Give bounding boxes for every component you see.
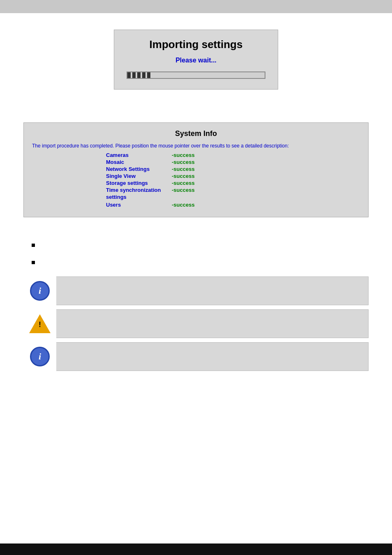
list-item: [32, 242, 369, 248]
result-label-storage: Storage settings: [106, 180, 172, 186]
result-value-mosaic: -success: [172, 159, 195, 165]
result-value-storage: -success: [172, 180, 195, 186]
info-icon-1: i: [30, 281, 50, 301]
bullet-dot-icon: [32, 244, 35, 247]
result-value-users: -success: [172, 202, 195, 208]
warning-exclaim-icon: !: [39, 321, 41, 328]
notice-content-warning: [56, 309, 369, 338]
warning-icon-cell: !: [23, 309, 56, 338]
notice-content-2: [56, 342, 369, 371]
system-info-title: System Info: [32, 129, 360, 138]
warning-icon-wrapper: !: [29, 314, 51, 333]
table-row: Single View -success: [106, 173, 360, 179]
bottom-bar: [0, 543, 392, 555]
result-label-singleview: Single View: [106, 173, 172, 179]
import-wait-text: Please wait...: [127, 57, 265, 64]
table-row: Cameras -success: [106, 152, 360, 158]
notice-row-info-2: i: [23, 342, 369, 371]
list-item: [32, 259, 369, 265]
info-letter-2: i: [39, 351, 41, 362]
info-icon-cell-2: i: [23, 342, 56, 371]
result-label-timesync: Time synchronizationsettings: [106, 187, 172, 201]
table-row: Network Settings -success: [106, 166, 360, 172]
notice-boxes: i ! i: [23, 276, 369, 371]
result-value-cameras: -success: [172, 152, 195, 158]
result-value-timesync: -success: [172, 187, 195, 193]
table-row: Time synchronizationsettings -success: [106, 187, 360, 201]
result-label-users: Users: [106, 202, 172, 208]
result-label-cameras: Cameras: [106, 152, 172, 158]
import-settings-box: Importing settings Please wait...: [114, 30, 278, 90]
notice-row-warning: !: [23, 309, 369, 338]
import-title: Importing settings: [127, 38, 265, 51]
info-letter-1: i: [39, 286, 41, 296]
result-label-mosaic: Mosaic: [106, 159, 172, 165]
info-icon-cell-1: i: [23, 276, 56, 305]
result-value-network: -success: [172, 166, 195, 172]
table-row: Storage settings -success: [106, 180, 360, 186]
info-icon-2: i: [30, 347, 50, 366]
table-row: Mosaic -success: [106, 159, 360, 165]
result-value-singleview: -success: [172, 173, 195, 179]
progress-bar-fill: [127, 72, 152, 78]
bullet-dot-icon: [32, 261, 35, 264]
table-row: Users -success: [106, 202, 360, 208]
top-bar: [0, 0, 392, 13]
bullet-section: [23, 242, 369, 265]
result-label-network: Network Settings: [106, 166, 172, 172]
progress-bar-container: [127, 71, 265, 79]
results-table: Cameras -success Mosaic -success Network…: [106, 152, 360, 208]
notice-content-1: [56, 276, 369, 305]
system-info-box: System Info The import procedure has com…: [23, 122, 369, 217]
system-info-description: The import procedure has completed. Plea…: [32, 143, 360, 149]
notice-row-info-1: i: [23, 276, 369, 305]
